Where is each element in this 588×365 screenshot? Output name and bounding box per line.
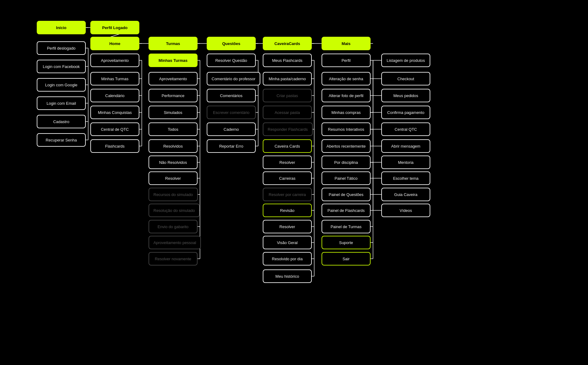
node-por-disciplina[interactable]: Por disciplina <box>322 156 371 169</box>
node-resolver-carreira[interactable]: Resolver por carreira <box>263 188 312 201</box>
node-central-qtc[interactable]: Central de QTC <box>90 122 139 136</box>
node-resolver-caveira[interactable]: Resolver <box>263 156 312 169</box>
node-central-qtc-mais[interactable]: Central QTC <box>381 122 430 136</box>
node-resolver-questao[interactable]: Resolver Questão <box>207 54 256 67</box>
node-abertos-recentemente[interactable]: Abertos recentemente <box>322 139 371 153</box>
node-revisao[interactable]: Revisão <box>263 204 312 217</box>
node-aproveitamento-turmas[interactable]: Aproveitamento <box>149 72 198 85</box>
node-minha-pasta[interactable]: Minha pasta/caderno <box>263 72 312 85</box>
node-painel-questoes[interactable]: Painel de Questões <box>322 188 371 201</box>
node-minhas-turmas[interactable]: Minhas Turmas <box>149 54 198 67</box>
node-envio-gabarito[interactable]: Envio do gabarito <box>149 220 198 233</box>
node-videos[interactable]: Vídeos <box>381 204 430 217</box>
node-comentarios[interactable]: Comentários <box>207 89 256 102</box>
node-resolver-turmas[interactable]: Resolver <box>149 171 198 185</box>
node-perfil-deslogado[interactable]: Perfil deslogado <box>37 41 86 55</box>
node-mais[interactable]: Mais <box>322 37 371 50</box>
node-simulados[interactable]: Simulados <box>149 106 198 119</box>
node-cadastro[interactable]: Cadastro <box>37 115 86 128</box>
node-responder-flashcards[interactable]: Responder Flashcards <box>263 122 313 136</box>
node-sair[interactable]: Sair <box>322 252 371 265</box>
node-nao-resolvidos[interactable]: Não Resolvidos <box>149 156 198 169</box>
node-recuperar-senha[interactable]: Recuperar Senha <box>37 133 86 147</box>
node-aproveitamento-pessoal[interactable]: Aproveitamento pessoal <box>149 236 201 249</box>
node-caveira-cards-header[interactable]: CaveiraCards <box>263 37 312 50</box>
node-visao-geral[interactable]: Visão Geral <box>263 236 312 249</box>
node-confirma-pagamento[interactable]: Confirma pagamento <box>381 106 430 119</box>
node-resolucao-simulado[interactable]: Resolução do simulado <box>149 204 200 217</box>
node-abrir-mensagem[interactable]: Abrir mensagem <box>381 139 430 153</box>
node-login-google[interactable]: Login com Google <box>37 78 86 92</box>
node-reportar-erro[interactable]: Reportar Erro <box>207 139 256 153</box>
node-alteracao-senha[interactable]: Alteração de senha <box>322 72 371 85</box>
node-escolher-tema[interactable]: Escolher tema <box>381 171 430 185</box>
node-mentoria[interactable]: Mentoria <box>381 156 430 169</box>
node-meus-pedidos[interactable]: Meus pedidos <box>381 89 430 102</box>
node-turmas[interactable]: Turmas <box>149 37 198 50</box>
node-resumos-interativos[interactable]: Resumos Interativos <box>322 122 371 136</box>
node-home[interactable]: Home <box>90 37 139 50</box>
node-todos[interactable]: Todos <box>149 122 198 136</box>
node-carreiras[interactable]: Carreiras <box>263 171 312 185</box>
node-painel-flashcards[interactable]: Painel de Flashcards <box>322 204 371 217</box>
node-painel-turmas[interactable]: Painel de Turmas <box>322 220 371 233</box>
node-criar-pastas[interactable]: Criar pastas <box>263 89 312 102</box>
node-suporte[interactable]: Suporte <box>322 236 371 249</box>
node-minhas-conquistas[interactable]: Minhas Conquistas <box>90 106 139 119</box>
node-painel-tatico[interactable]: Painel Tático <box>322 171 371 185</box>
node-questoes[interactable]: Questões <box>207 37 256 50</box>
diagram-container: Início Perfil Logado Perfil deslogado Lo… <box>15 6 573 358</box>
node-login-facebook[interactable]: Login com Facebook <box>37 60 86 73</box>
node-escrever-comentario[interactable]: Escrever comentário <box>207 106 256 119</box>
node-comentario-professor[interactable]: Comentário do professor <box>207 72 260 85</box>
node-login-email[interactable]: Login com Email <box>37 96 86 110</box>
node-perfil-logado[interactable]: Perfil Logado <box>90 21 139 34</box>
node-guia-caveira[interactable]: Guia Caveira <box>381 188 430 201</box>
node-meus-flashcards[interactable]: Meus Flashcards <box>263 54 312 67</box>
node-caderno[interactable]: Caderno <box>207 122 256 136</box>
node-acessar-pasta[interactable]: Acessar pasta <box>263 106 312 119</box>
node-minhas-turmas-home[interactable]: Minhas Turmas <box>90 72 139 85</box>
node-calendario[interactable]: Calendário <box>90 89 139 102</box>
node-listagem-produtos[interactable]: Listagem de produtos <box>381 54 430 67</box>
node-caveira-cards[interactable]: Caveira Cards <box>263 139 312 153</box>
node-aproveitamento-home[interactable]: Aproveitamento <box>90 54 139 67</box>
node-resolver-novamente[interactable]: Resolver novamente <box>149 252 198 265</box>
node-minhas-compras[interactable]: Minhas compras <box>322 106 371 119</box>
node-resolvidos[interactable]: Resolvidos <box>149 139 198 153</box>
node-recursos-simulado[interactable]: Recursos do simulado <box>149 188 198 201</box>
node-resolver-revisao[interactable]: Resolver <box>263 220 312 233</box>
node-meu-historico[interactable]: Meu histórico <box>263 269 312 283</box>
node-alterar-foto[interactable]: Alterar foto de perfil <box>322 89 371 102</box>
node-checkout[interactable]: Checkout <box>381 72 430 85</box>
node-resolvido-dia[interactable]: Resolvido por dia <box>263 252 312 265</box>
node-perfil-mais[interactable]: Perfil <box>322 54 371 67</box>
node-inicio[interactable]: Início <box>37 21 86 34</box>
node-performance[interactable]: Performance <box>149 89 198 102</box>
node-flashcards-home[interactable]: Flashcards <box>90 139 139 153</box>
